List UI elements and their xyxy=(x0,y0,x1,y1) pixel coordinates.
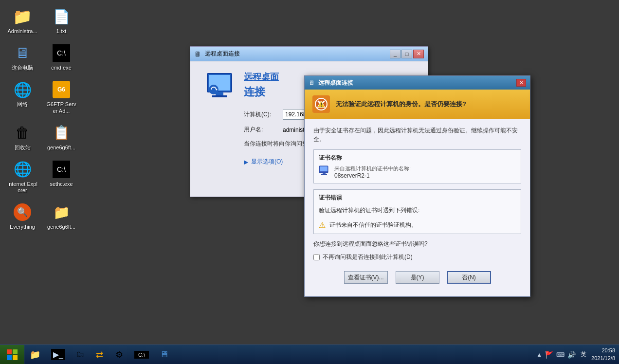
taskbar-volume-icon[interactable]: 🔊 xyxy=(567,351,576,359)
taskbar-item-settings[interactable]: ⚙ xyxy=(110,346,128,364)
svg-rect-15 xyxy=(13,349,18,354)
taskbar-item-filemanager[interactable]: 🗂 xyxy=(72,346,89,364)
sec-intro-text: 由于安全证书存在问题，因此远程计算机无法通过身份验证。继续操作可能不安全。 xyxy=(313,126,521,144)
desktop-icon-area: 📁 Administra... 📄 1.txt 🖥 这台电脑 C xyxy=(5,5,79,233)
desktop-icon-gene2[interactable]: 📁 gene6g6ft... xyxy=(44,200,79,232)
sec-cert-name-row: 来自远程计算机的证书中的名称: 08serverR2-1 xyxy=(319,165,516,179)
desktop-icon-administrator[interactable]: 📁 Administra... xyxy=(5,5,40,36)
taskbar-time: 20:58 xyxy=(591,347,615,354)
rdp-win-controls: _ □ ✕ xyxy=(390,50,424,58)
sec-checkbox-row: 不再询问我是否连接到此计算机(D) xyxy=(313,253,521,261)
desktop-icon-computer[interactable]: 🖥 这台电脑 xyxy=(5,41,40,73)
taskbar-item-explorer[interactable]: 📁 xyxy=(25,346,45,364)
sec-cert-error-section: 证书错误 验证远程计算机的证书时遇到下列错误: ⚠ 证书来自不信任的证书验证机构… xyxy=(313,189,521,234)
taskbar-lang-label[interactable]: 英 xyxy=(579,350,588,359)
sec-cert-error-item: 证书来自不信任的证书验证机构。 xyxy=(329,221,417,229)
sec-close-button[interactable]: ✕ xyxy=(516,79,526,87)
sec-title-icon: 🖥 xyxy=(309,79,315,86)
desktop: 📁 Administra... 📄 1.txt 🖥 这台电脑 C xyxy=(0,0,619,364)
sec-cert-name-icon xyxy=(319,165,330,175)
rdp-icon-area xyxy=(205,71,234,166)
rdp-computer-label: 计算机(C): xyxy=(244,110,283,119)
sec-cert-label: 来自远程计算机的证书中的名称: xyxy=(334,165,411,172)
rdp-titlebar-1: 🖥 远程桌面连接 _ □ ✕ xyxy=(190,47,428,61)
svg-rect-13 xyxy=(321,174,327,175)
taskbar-items: 📁 ▶_ 🗂 ⇄ ⚙ C:\ 🖥 xyxy=(24,345,532,364)
taskbar-item-transfer[interactable]: ⇄ xyxy=(91,346,109,364)
rdp-maximize-button[interactable]: □ xyxy=(401,50,412,58)
taskbar-flag-icon: 🚩 xyxy=(545,351,553,359)
sec-cert-error-title: 证书错误 xyxy=(319,194,516,202)
rdp-minimize-button[interactable]: _ xyxy=(390,50,401,58)
svg-rect-3 xyxy=(212,95,227,97)
desktop-icon-gene1[interactable]: 📋 gene6g6ft... xyxy=(44,121,79,153)
sec-cert-name-section: 证书名称 来自远程计算机的证书中的名称: 08serverR2-1 xyxy=(313,149,521,183)
rdp-security-dialog[interactable]: 🖥 远程桌面连接 ✕ ! 无法验证此远程计算机的身份。是否仍要连接? 由于安全证… xyxy=(304,75,530,297)
sec-cert-value: 08serverR2-1 xyxy=(334,172,411,179)
svg-text:!: ! xyxy=(321,102,323,108)
sec-cert-error-intro: 验证远程计算机的证书时遇到下列错误: xyxy=(319,206,516,215)
sec-title-text: 远程桌面连接 xyxy=(318,79,516,87)
desktop-icon-1txt[interactable]: 📄 1.txt xyxy=(44,5,79,36)
desktop-icon-cmd[interactable]: C:\ cmd.exe xyxy=(44,41,79,73)
taskbar-clock: 20:58 2021/12/8 xyxy=(591,347,615,362)
rdp-title-icon: 🖥 xyxy=(194,50,202,58)
sec-warning-bar: ! 无法验证此远程计算机的身份。是否仍要连接? xyxy=(305,90,530,119)
sec-cert-name-title: 证书名称 xyxy=(319,154,516,162)
taskbar-item-terminal[interactable]: ▶_ xyxy=(47,346,70,364)
svg-rect-17 xyxy=(13,355,18,360)
sec-question-text: 你想连接到远程桌面而忽略这些证书错误吗? xyxy=(313,240,521,248)
desktop-icon-trash[interactable]: 🗑 回收站 xyxy=(5,121,40,153)
sec-warning-text: 无法验证此远程计算机的身份。是否仍要连接? xyxy=(336,100,466,109)
sec-cert-error-row: ⚠ 证书来自不信任的证书验证机构。 xyxy=(319,220,516,230)
rdp-title-text: 远程桌面连接 xyxy=(205,50,390,58)
desktop-icon-ie[interactable]: 🌐 Internet Explorer xyxy=(5,158,40,196)
sec-cert-name-details: 来自远程计算机的证书中的名称: 08serverR2-1 xyxy=(334,165,411,179)
sec-buttons: 查看证书(V)... 是(Y) 否(N) xyxy=(313,268,521,290)
taskbar: 📁 ▶_ 🗂 ⇄ ⚙ C:\ 🖥 xyxy=(0,345,619,364)
start-button[interactable] xyxy=(0,345,24,364)
sec-warning-icon: ! xyxy=(312,95,330,113)
svg-rect-16 xyxy=(7,355,12,360)
sec-checkbox-label: 不再询问我是否连接到此计算机(D) xyxy=(323,253,413,261)
sec-yes-button[interactable]: 是(Y) xyxy=(396,271,439,284)
rdp-monitor-icon xyxy=(205,71,234,100)
desktop-icon-g6ftp[interactable]: G6 G6FTP Server Ad... xyxy=(44,78,79,116)
svg-rect-14 xyxy=(7,349,12,354)
taskbar-keyboard-icon: ⌨ xyxy=(556,351,564,358)
rdp-show-options-label: 显示选项(O) xyxy=(251,158,283,166)
rdp-close-button[interactable]: ✕ xyxy=(413,50,424,58)
desktop-icon-network[interactable]: 🌐 网络 xyxy=(5,78,40,116)
taskbar-notify-arrow[interactable]: ▲ xyxy=(536,351,542,358)
desktop-icon-sethc[interactable]: C:\ sethc.exe xyxy=(44,158,79,196)
rdp-user-label: 用户名: xyxy=(244,126,283,134)
rdp-expand-icon: ▶ xyxy=(244,159,248,165)
taskbar-date: 2021/12/8 xyxy=(591,355,615,362)
svg-rect-11 xyxy=(320,166,328,171)
sec-no-button[interactable]: 否(N) xyxy=(447,271,491,284)
taskbar-item-rdp[interactable]: 🖥 xyxy=(155,346,173,364)
taskbar-item-cmd[interactable]: C:\ xyxy=(130,346,153,364)
sec-warn-triangle-icon: ⚠ xyxy=(319,220,326,230)
taskbar-right: ▲ 🚩 ⌨ 🔊 英 20:58 2021/12/8 xyxy=(532,347,619,362)
sec-view-cert-button[interactable]: 查看证书(V)... xyxy=(344,271,388,284)
sec-titlebar: 🖥 远程桌面连接 ✕ xyxy=(305,76,530,90)
sec-checkbox[interactable] xyxy=(313,254,320,260)
desktop-icon-everything[interactable]: 🔍 Everything xyxy=(5,200,40,232)
sec-body: 由于安全证书存在问题，因此远程计算机无法通过身份验证。继续操作可能不安全。 证书… xyxy=(305,119,530,296)
